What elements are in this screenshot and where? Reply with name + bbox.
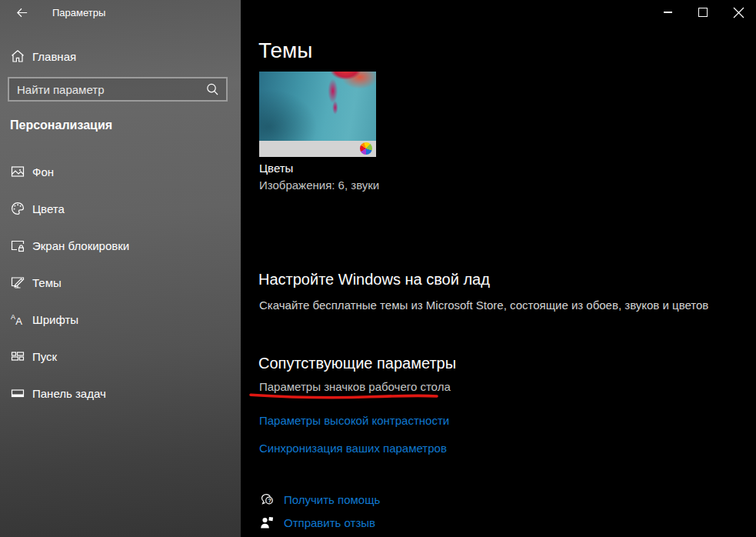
sidebar-item-label: Темы xyxy=(32,276,62,289)
back-arrow-icon xyxy=(15,5,29,20)
sidebar-item-colors[interactable]: Цвета xyxy=(0,190,241,227)
maximize-icon xyxy=(698,8,708,17)
feedback-icon xyxy=(259,515,275,530)
sidebar-item-label: Экран блокировки xyxy=(32,239,129,252)
window-controls xyxy=(650,0,756,25)
sidebar-item-label: Фон xyxy=(32,165,54,178)
svg-text:A: A xyxy=(15,315,22,327)
page-title: Темы xyxy=(258,38,312,63)
sidebar-item-label: Панель задач xyxy=(32,387,106,400)
theme-meta: Изображения: 6, звуки xyxy=(259,178,379,192)
theme-name: Цветы xyxy=(259,162,293,175)
red-underline-annotation xyxy=(249,392,438,400)
search-input[interactable] xyxy=(9,78,205,100)
sidebar-section-title: Персонализация xyxy=(10,118,112,132)
maximize-button[interactable] xyxy=(685,0,721,25)
send-feedback-label: Отправить отзыв xyxy=(284,516,375,529)
link-sync-settings[interactable]: Синхронизация ваших параметров xyxy=(259,442,447,455)
get-help-icon: ? xyxy=(259,492,275,507)
send-feedback-link[interactable]: Отправить отзыв xyxy=(259,515,375,530)
lock-screen-icon xyxy=(10,238,25,253)
taskbar-icon xyxy=(10,385,25,401)
fonts-icon: A A xyxy=(10,312,25,327)
theme-thumbnail-strip xyxy=(259,141,376,157)
sidebar-item-background[interactable]: Фон xyxy=(0,153,241,190)
svg-text:A: A xyxy=(11,313,15,321)
colors-icon xyxy=(10,201,25,216)
color-wheel-icon xyxy=(360,142,372,155)
back-button[interactable] xyxy=(6,2,37,23)
sidebar-item-home[interactable]: Главная xyxy=(0,45,241,68)
search-box[interactable] xyxy=(8,77,228,102)
sidebar-item-label: Шрифты xyxy=(32,313,78,326)
customize-description: Скачайте бесплатные темы из Microsoft St… xyxy=(259,299,708,312)
settings-sidebar: Параметры Главная Персонализация xyxy=(0,0,241,537)
themes-icon xyxy=(10,275,25,290)
home-icon xyxy=(10,48,25,64)
get-help-label: Получить помощь xyxy=(284,493,380,506)
sidebar-item-label: Главная xyxy=(32,50,76,63)
minimize-icon xyxy=(664,12,672,13)
close-button[interactable] xyxy=(721,0,756,25)
sidebar-item-taskbar[interactable]: Панель задач xyxy=(0,375,241,412)
svg-text:?: ? xyxy=(268,497,272,504)
search-icon[interactable] xyxy=(205,82,220,97)
start-icon xyxy=(10,349,25,364)
sidebar-item-start[interactable]: Пуск xyxy=(0,338,241,375)
get-help-link[interactable]: ? Получить помощь xyxy=(259,492,380,507)
sidebar-item-label: Пуск xyxy=(32,350,57,363)
window-title: Параметры xyxy=(52,7,105,18)
background-icon xyxy=(10,164,25,179)
link-desktop-icon-settings[interactable]: Параметры значков рабочего стола xyxy=(259,380,451,393)
related-settings-heading: Сопутствующие параметры xyxy=(258,355,456,372)
minimize-button[interactable] xyxy=(650,0,685,25)
theme-thumbnail-image xyxy=(259,72,376,141)
sidebar-item-label: Цвета xyxy=(32,202,65,215)
sidebar-item-lock-screen[interactable]: Экран блокировки xyxy=(0,227,241,264)
link-high-contrast-settings[interactable]: Параметры высокой контрастности xyxy=(259,414,449,427)
close-icon xyxy=(733,7,744,18)
customize-heading: Настройте Windows на свой лад xyxy=(258,271,490,289)
sidebar-item-themes[interactable]: Темы xyxy=(0,264,241,301)
sidebar-item-fonts[interactable]: A A Шрифты xyxy=(0,301,241,338)
current-theme-card[interactable] xyxy=(259,72,376,157)
sidebar-nav: Фон Цвета Экра xyxy=(0,153,241,412)
